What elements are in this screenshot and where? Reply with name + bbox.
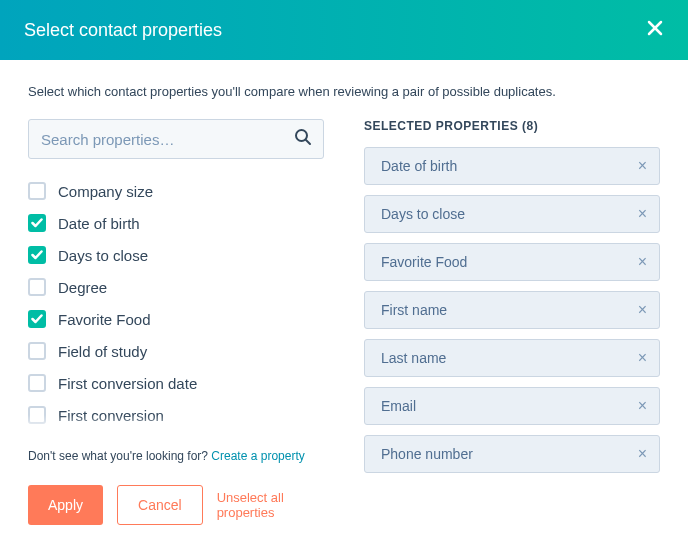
check-icon	[31, 314, 43, 324]
property-item[interactable]: Date of birth	[28, 207, 324, 239]
checkbox[interactable]	[28, 406, 46, 424]
selected-pill[interactable]: Days to close×	[364, 195, 660, 233]
checkbox-checked[interactable]	[28, 310, 46, 328]
pill-label: Phone number	[381, 446, 473, 462]
modal-title: Select contact properties	[24, 20, 222, 41]
unselect-all-link[interactable]: Unselect all properties	[217, 490, 324, 520]
property-item[interactable]: First deal created date	[28, 431, 324, 435]
checkbox[interactable]	[28, 342, 46, 360]
remove-icon[interactable]: ×	[638, 445, 647, 463]
checkbox-checked[interactable]	[28, 214, 46, 232]
property-label: First conversion	[58, 407, 164, 424]
property-item[interactable]: First conversion	[28, 399, 324, 431]
property-label: Field of study	[58, 343, 147, 360]
selected-pill[interactable]: First name×	[364, 291, 660, 329]
selected-pill[interactable]: Favorite Food×	[364, 243, 660, 281]
pill-label: Days to close	[381, 206, 465, 222]
checkbox-checked[interactable]	[28, 246, 46, 264]
remove-icon[interactable]: ×	[638, 205, 647, 223]
selected-pill[interactable]: Phone number×	[364, 435, 660, 473]
remove-icon[interactable]: ×	[638, 253, 647, 271]
selected-properties-header: SELECTED PROPERTIES (8)	[364, 119, 660, 133]
remove-icon[interactable]: ×	[638, 349, 647, 367]
check-icon	[31, 250, 43, 260]
selected-list: Date of birth× Days to close× Favorite F…	[364, 147, 660, 473]
property-item[interactable]: Degree	[28, 271, 324, 303]
remove-icon[interactable]: ×	[638, 157, 647, 175]
svg-line-3	[306, 140, 310, 144]
remove-icon[interactable]: ×	[638, 301, 647, 319]
property-label: Degree	[58, 279, 107, 296]
description-text: Select which contact properties you'll c…	[28, 84, 660, 99]
property-label: Company size	[58, 183, 153, 200]
close-button[interactable]	[646, 19, 664, 41]
selected-pill[interactable]: Email×	[364, 387, 660, 425]
selected-pill[interactable]: Date of birth×	[364, 147, 660, 185]
property-label: Days to close	[58, 247, 148, 264]
help-text: Don't see what you're looking for? Creat…	[28, 449, 324, 463]
selected-pill[interactable]: Last name×	[364, 339, 660, 377]
property-item[interactable]: Field of study	[28, 335, 324, 367]
cancel-button[interactable]: Cancel	[117, 485, 203, 525]
remove-icon[interactable]: ×	[638, 397, 647, 415]
property-label: First conversion date	[58, 375, 197, 392]
property-list: Company size Date of birth Days to close…	[28, 175, 324, 435]
property-item[interactable]: First conversion date	[28, 367, 324, 399]
pill-label: First name	[381, 302, 447, 318]
checkbox[interactable]	[28, 182, 46, 200]
search-input[interactable]	[28, 119, 324, 159]
apply-button[interactable]: Apply	[28, 485, 103, 525]
checkbox[interactable]	[28, 374, 46, 392]
modal-header: Select contact properties	[0, 0, 688, 60]
check-icon	[31, 218, 43, 228]
pill-label: Email	[381, 398, 416, 414]
close-icon	[646, 19, 664, 37]
pill-label: Last name	[381, 350, 446, 366]
pill-label: Date of birth	[381, 158, 457, 174]
checkbox[interactable]	[28, 278, 46, 296]
property-item[interactable]: Favorite Food	[28, 303, 324, 335]
create-property-link[interactable]: Create a property	[211, 449, 304, 463]
search-icon	[294, 128, 312, 150]
property-item[interactable]: Days to close	[28, 239, 324, 271]
property-label: Date of birth	[58, 215, 140, 232]
property-label: Favorite Food	[58, 311, 151, 328]
property-item[interactable]: Company size	[28, 175, 324, 207]
pill-label: Favorite Food	[381, 254, 467, 270]
